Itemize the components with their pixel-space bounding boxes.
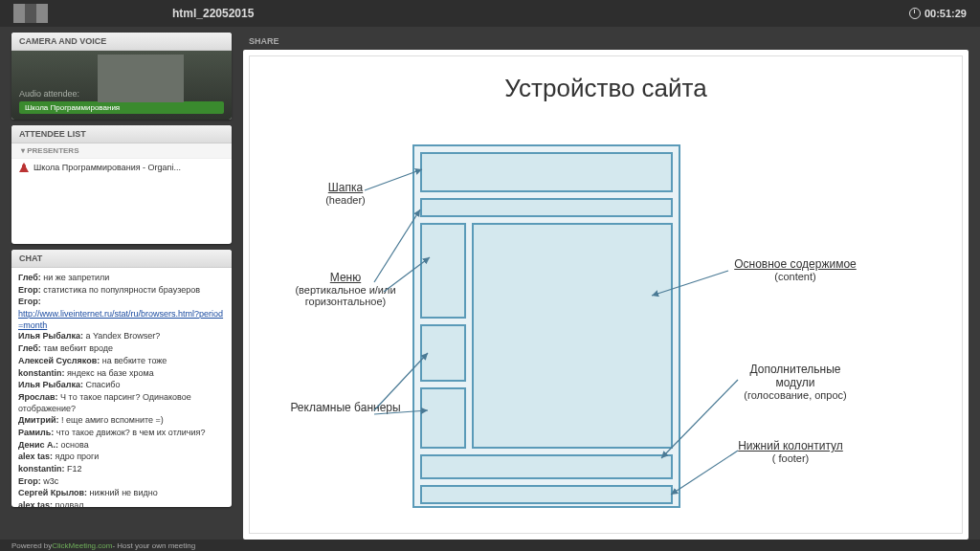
block-modules	[420, 454, 673, 479]
camera-panel-header: CAMERA AND VOICE	[11, 33, 232, 51]
label-ad: Рекламные баннеры	[283, 401, 408, 414]
slide-title: Устройство сайта	[250, 74, 962, 103]
layout-diagram	[412, 144, 680, 508]
chat-line: Егор:	[18, 297, 225, 308]
footer-prefix: Powered by	[11, 541, 52, 550]
footer: Powered by ClickMeeting.com - Host your …	[0, 540, 980, 551]
chat-line: Рамиль: что такое движок? в чем их отлич…	[18, 428, 225, 439]
chat-panel-header: CHAT	[11, 250, 232, 268]
chat-line: Егор: w3c	[18, 476, 225, 488]
timer-value: 00:51:29	[924, 8, 967, 19]
block-nav-vertical	[420, 223, 466, 319]
footer-suffix: - Host your own meeting	[112, 541, 195, 550]
chat-line: alex tas: подвал	[18, 500, 225, 507]
share-panel-header: SHARE	[243, 33, 969, 50]
block-ad1	[420, 324, 466, 382]
chat-line: Глеб: там вебкит вроде	[18, 343, 225, 355]
presenter-row[interactable]: Школа Программирования - Organi...	[11, 159, 232, 176]
chat-line: konstantin: яндекс на базе хрома	[18, 368, 225, 380]
chat-body[interactable]: Глеб: ни же запретилиЕгор: статистика по…	[11, 268, 232, 507]
footer-link[interactable]: ClickMeeting.com	[52, 541, 112, 550]
attendee-panel-header: ATTENDEE LIST	[11, 125, 232, 143]
logo	[13, 4, 48, 23]
label-content: Основное содержимое (content)	[709, 257, 881, 282]
label-footer: Нижний колонтитул ( footer)	[709, 439, 872, 464]
block-ad2	[420, 387, 466, 449]
chat-line: Глеб: ни же запретили	[18, 273, 225, 284]
share-area: Устройство сайта Шапка (header) Мен	[243, 50, 969, 540]
attendee-panel: ATTENDEE LIST PRESENTERS Школа Программи…	[11, 125, 232, 244]
chat-line: Дмитрий: ! еще амиго вспомните =)	[18, 415, 225, 427]
top-bar: html_22052015 00:51:29	[0, 0, 980, 27]
label-modules: Дополнительные модули (голосование, опро…	[709, 363, 881, 401]
presenter-name: Школа Программирования - Organi...	[33, 163, 181, 172]
block-footer	[420, 485, 673, 504]
chat-link[interactable]: http://www.liveinternet.ru/stat/ru/brows…	[18, 309, 225, 331]
slide: Устройство сайта Шапка (header) Мен	[249, 55, 963, 534]
chat-line: Алексей Сусляков: на вебките тоже	[18, 356, 225, 367]
block-content	[472, 223, 673, 449]
attendee-badge: Школа Программирования	[19, 101, 224, 114]
chat-line: alex tas: ядро проги	[18, 452, 225, 463]
person-icon	[19, 163, 29, 172]
label-header: Шапка (header)	[298, 181, 393, 206]
camera-body: Audio attendee: Школа Программирования	[11, 51, 232, 120]
chat-line: konstantin: F12	[18, 464, 225, 475]
camera-panel: CAMERA AND VOICE Audio attendee: Школа П…	[11, 33, 232, 120]
clock-icon	[909, 8, 921, 19]
chat-line: Денис А.: основа	[18, 440, 225, 452]
block-nav-horizontal	[420, 198, 673, 217]
label-menu: Меню (вертикальное и/или горизонтальное)	[278, 271, 412, 307]
chat-line: Сергей Крылов: нижний не видно	[18, 488, 225, 499]
block-header	[420, 152, 673, 192]
presenters-subheader[interactable]: PRESENTERS	[11, 143, 232, 159]
timer: 00:51:29	[909, 8, 967, 19]
audio-attendee-label: Audio attendee:	[19, 89, 224, 99]
room-title: html_22052015	[172, 7, 254, 20]
chat-line: Егор: статистика по популярности браузер…	[18, 285, 225, 297]
chat-line: Ярослав: Ч то такое парсинг? Одинаковое …	[18, 392, 225, 414]
chat-panel: CHAT Глеб: ни же запретилиЕгор: статисти…	[11, 250, 232, 507]
chat-line: Илья Рыбалка: а Yandex Browser?	[18, 331, 225, 342]
chat-line: Илья Рыбалка: Спасибо	[18, 380, 225, 391]
